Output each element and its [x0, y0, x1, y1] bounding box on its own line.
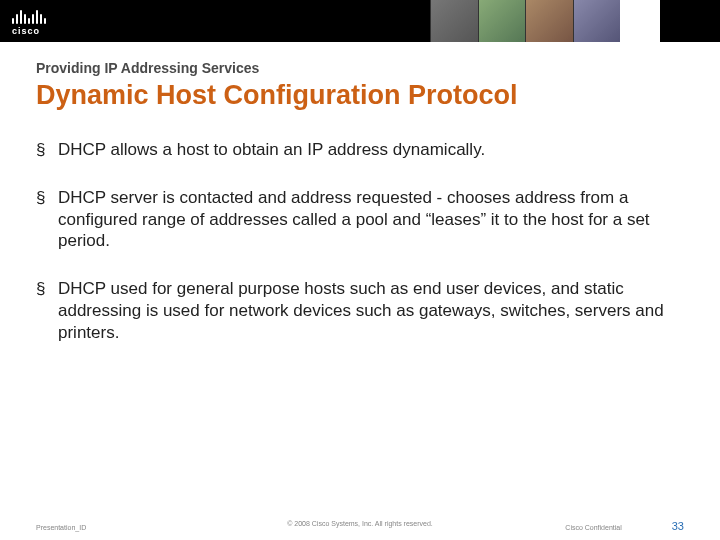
bullet-item: DHCP server is contacted and address req…	[36, 187, 684, 252]
footer: Presentation_ID © 2008 Cisco Systems, In…	[0, 520, 720, 532]
cisco-logo-bars-icon	[12, 6, 46, 24]
footer-presentation-id: Presentation_ID	[36, 524, 86, 531]
cisco-logo: cisco	[12, 6, 46, 36]
slide-title: Dynamic Host Configuration Protocol	[36, 80, 684, 111]
footer-copyright: © 2008 Cisco Systems, Inc. All rights re…	[287, 520, 433, 527]
page-number: 33	[672, 520, 684, 532]
slide-kicker: Providing IP Addressing Services	[36, 60, 684, 76]
header-photo-strip	[430, 0, 660, 42]
top-bar: cisco	[0, 0, 720, 42]
cisco-logo-text: cisco	[12, 26, 40, 36]
bullet-item: DHCP allows a host to obtain an IP addre…	[36, 139, 684, 161]
bullet-item: DHCP used for general purpose hosts such…	[36, 278, 684, 343]
slide: { "brand": { "name": "cisco" }, "header"…	[0, 0, 720, 540]
footer-confidential: Cisco Confidential	[565, 524, 621, 531]
bullet-list: DHCP allows a host to obtain an IP addre…	[36, 139, 684, 343]
content-area: Providing IP Addressing Services Dynamic…	[0, 42, 720, 343]
